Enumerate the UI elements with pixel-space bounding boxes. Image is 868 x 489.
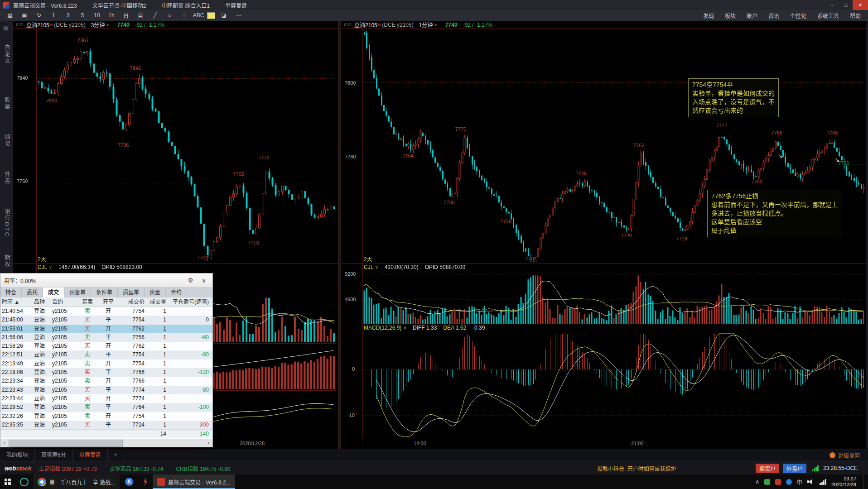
window-layout-icon[interactable]: ⊡⊡ xyxy=(344,23,352,27)
minimize-button[interactable]: ─ xyxy=(825,0,839,10)
period-selector[interactable]: 3分钟 xyxy=(91,21,105,29)
column-header[interactable]: 品种 xyxy=(29,297,49,307)
menu-item-4[interactable]: 个性化 xyxy=(790,12,806,19)
sidebar-item-5[interactable]: 期权 xyxy=(3,254,11,268)
taskbar-app-browser[interactable]: 第一千八百九十一章 激战... xyxy=(33,475,120,489)
tab-条件单[interactable]: 条件单 xyxy=(91,288,118,297)
chevron-down-icon[interactable]: ∨ xyxy=(106,23,109,27)
table-row[interactable]: 22:32:26豆油y2105卖开77541 xyxy=(0,412,212,421)
account-button-1[interactable]: 外盘户 xyxy=(783,464,806,473)
eraser-tool-icon[interactable]: ◪ xyxy=(218,11,230,20)
tray-cloud-icon[interactable] xyxy=(786,479,792,485)
scrollbar-thumb[interactable] xyxy=(9,440,123,447)
table-row[interactable]: 21:56:06豆油y2105卖平77561-60 xyxy=(0,333,212,342)
chart-annotation-note[interactable]: 7754空7754平实验单，看挂单是如何成交的入场点晚了，没亏是运气，不然应该会… xyxy=(688,78,779,117)
network-icon[interactable] xyxy=(820,479,826,485)
period-day-button[interactable]: 日 xyxy=(120,11,132,20)
collapse-icon[interactable]: ∨ xyxy=(202,277,206,284)
board-grid-icon[interactable]: ▦ xyxy=(3,24,8,31)
indicator-label[interactable]: MACD(12,26,9) xyxy=(364,325,401,331)
table-row[interactable]: 21:40:54豆油y2105卖开77541 xyxy=(0,307,212,316)
save-icon[interactable]: ▣ xyxy=(19,11,30,20)
volume-icon[interactable] xyxy=(807,479,815,485)
tray-expand-icon[interactable]: ∧ xyxy=(755,479,759,485)
period-10min-button[interactable]: 10 xyxy=(91,11,103,20)
scroll-right-icon[interactable]: › xyxy=(205,439,212,446)
column-header[interactable]: 合约 xyxy=(49,297,77,307)
tab-成交[interactable]: 成交 xyxy=(43,288,64,297)
menu-item-5[interactable]: 系统工具 xyxy=(817,12,839,19)
macd-pane-1min[interactable] xyxy=(363,333,865,438)
workspace-tab-0[interactable]: 我的板块 xyxy=(0,449,35,461)
index-quote-0[interactable]: 上证指数 3397.29 +0.73 xyxy=(39,466,96,472)
period-selector[interactable]: 1分钟 xyxy=(419,21,433,29)
chart-annotation-note[interactable]: 7762多7756止损想着前面不是下，又再一次平前高，那就是上多进去，止损放当根… xyxy=(707,190,842,237)
chevron-down-icon[interactable]: ∨ xyxy=(403,326,406,330)
start-button[interactable] xyxy=(0,475,15,489)
column-header[interactable]: 成交价 xyxy=(119,297,149,307)
candlestick-chart-3min[interactable] xyxy=(37,29,336,261)
menu-item-1[interactable]: 板块 xyxy=(725,12,736,19)
table-row[interactable]: 22:23:34豆油y2105卖开77661 xyxy=(0,377,212,385)
table-row[interactable]: 21:58:26豆油y2105买开77621 xyxy=(0,342,212,350)
table-row[interactable]: 22:29:52豆油y2105卖平77641-100 xyxy=(0,403,212,412)
arrow-tool-icon[interactable]: ↑ xyxy=(178,11,190,20)
tab-委托[interactable]: 委托 xyxy=(22,288,43,297)
forum-link[interactable]: 论坛提问 xyxy=(829,451,868,459)
tray-trading-icon[interactable] xyxy=(775,479,781,485)
ime-indicator[interactable]: 中 xyxy=(797,478,802,486)
column-header[interactable]: 买卖 xyxy=(77,297,97,307)
menu-item-0[interactable]: 发现 xyxy=(703,12,714,19)
tab-预备单[interactable]: 预备单 xyxy=(64,288,91,297)
workspace-tab-3[interactable]: + xyxy=(108,449,124,461)
maximize-button[interactable]: □ xyxy=(839,0,853,10)
menu-item-3[interactable]: 资讯 xyxy=(768,12,779,19)
taskbar-app-thunder[interactable] xyxy=(138,475,153,489)
text-tool-icon[interactable]: ABC xyxy=(193,11,204,20)
tray-antivirus-icon[interactable] xyxy=(764,479,770,485)
period-1hour-button[interactable]: 1h xyxy=(106,11,117,20)
ellipse-tool-icon[interactable]: ○ xyxy=(164,11,175,20)
sidebar-item-0[interactable]: 自定义 xyxy=(3,44,11,65)
index-quote-2[interactable]: CRB指数 164.75 -0.80 xyxy=(176,466,230,472)
column-header[interactable]: 成交量 xyxy=(149,297,172,307)
period-5min-button[interactable]: 5 xyxy=(77,11,88,20)
table-row[interactable]: 22:12:51豆油y2105卖平77541-80 xyxy=(0,350,212,359)
index-quote-1[interactable]: 文华商品 167.33 -0.74 xyxy=(110,466,164,472)
tab-资金[interactable]: 资金 xyxy=(145,288,166,297)
indicator-label[interactable]: CJL xyxy=(364,264,373,270)
table-row[interactable]: 22:23:44豆油y2105买开77741 xyxy=(0,394,212,403)
workspace-tab-1[interactable]: 双竖屏6分 xyxy=(35,449,73,461)
horizontal-scrollbar[interactable]: ‹ › xyxy=(0,439,212,447)
table-row[interactable]: 22:13:49豆油y2105卖开77541 xyxy=(0,360,212,368)
symbol-name[interactable]: 豆油2105 xyxy=(26,21,49,29)
table-row[interactable]: 22:19:06豆油y2105买平77661-120 xyxy=(0,368,212,377)
chevron-down-icon[interactable]: ∨ xyxy=(375,265,378,269)
sidebar-item-4[interactable]: 银行OTC xyxy=(3,208,11,237)
tab-损盈单[interactable]: 损盈单 xyxy=(118,288,145,297)
taskbar-app-trading[interactable]: 赢顺云端交易 - Ver6.8.2... xyxy=(153,475,235,489)
window-layout-icon[interactable]: ⊡⊡ xyxy=(16,23,24,27)
multi-day-icon[interactable]: 目 xyxy=(135,11,146,20)
sidebar-item-1[interactable]: 股票 xyxy=(3,97,11,110)
chevron-down-icon[interactable]: ∨ xyxy=(434,23,437,27)
period-1min-button[interactable]: 1 xyxy=(48,11,59,20)
table-row[interactable]: 21:45:00豆油y2105买平775410 xyxy=(0,316,212,324)
menu-item-6[interactable]: 帮助 xyxy=(850,12,861,19)
volume-pane-1min[interactable] xyxy=(363,272,865,324)
scroll-left-icon[interactable]: ‹ xyxy=(0,439,8,446)
single-order-icon[interactable]: 单 xyxy=(4,11,16,20)
indicator-label[interactable]: CJL xyxy=(38,264,47,270)
table-row[interactable]: 22:23:43豆油y2105买平77741-80 xyxy=(0,386,212,394)
chevron-down-icon[interactable]: ∨ xyxy=(49,265,52,269)
refresh-icon[interactable]: ↻ xyxy=(33,11,45,20)
sidebar-item-3[interactable]: 外盘 xyxy=(3,171,11,185)
workspace-tab-2[interactable]: 单屏复盘 xyxy=(73,449,108,461)
table-row[interactable]: 21:55:01豆油y2105买开77621 xyxy=(0,325,212,333)
taskbar-clock[interactable]: 23:27 2020/12/28 xyxy=(831,476,856,488)
investor-education-notice[interactable]: 投教小科普: 开户时如何自我保护 xyxy=(597,465,676,472)
search-button[interactable] xyxy=(15,475,33,489)
period-3min-button[interactable]: 3 xyxy=(62,11,74,20)
trendline-tool-icon[interactable]: ╱ xyxy=(149,11,161,20)
close-button[interactable]: ✕ xyxy=(853,0,868,10)
